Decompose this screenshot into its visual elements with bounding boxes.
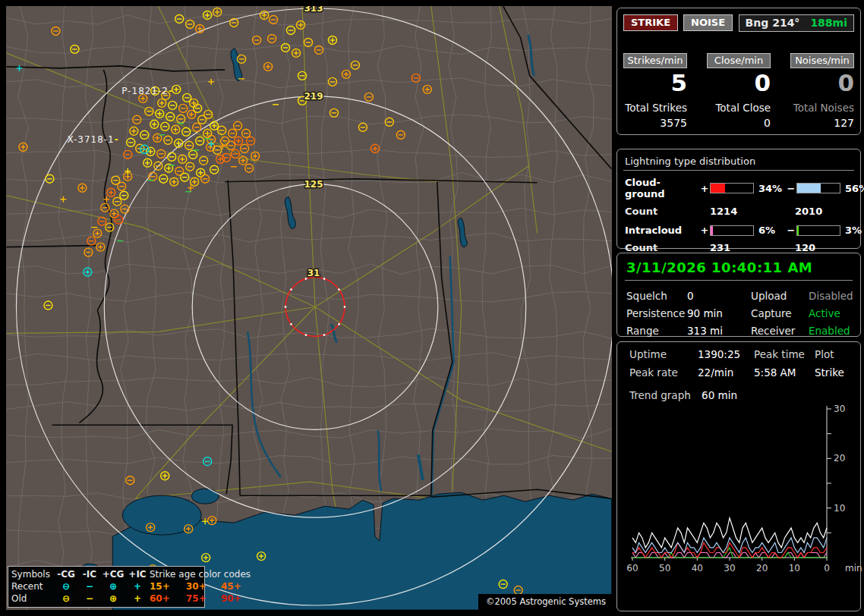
svg-text:0: 0 <box>824 563 830 574</box>
svg-text:10: 10 <box>834 503 845 514</box>
uptime-value: 1390:25 <box>698 348 754 360</box>
close-column: Close/min 0 Total Close 0 <box>707 53 771 129</box>
age-15: 15+ <box>150 580 186 592</box>
peak-time-value: 5:58 AM <box>754 366 815 379</box>
minus-sign: − <box>786 225 796 236</box>
noises-per-min-value: 0 <box>790 70 854 97</box>
peak-rate-label: Peak rate <box>629 366 698 379</box>
svg-text:X-3718-1-: X-3718-1- <box>67 134 118 145</box>
status-panel: 3/11/2026 10:40:11 AM Squelch 0 Upload D… <box>616 253 861 337</box>
svg-text:30: 30 <box>724 563 735 574</box>
strikes-per-min-value: 5 <box>623 70 687 97</box>
range-label: Range <box>626 325 687 337</box>
ic-neg-bar <box>796 225 840 236</box>
ic-neg-pct: 3% <box>840 225 864 236</box>
plot-mode-value: Strike <box>815 366 860 379</box>
recent-ic-neg-icon: − <box>78 580 101 592</box>
total-strikes-value: 3575 <box>623 117 687 129</box>
svg-text:313: 313 <box>304 6 323 14</box>
age-90: 90+ <box>221 592 254 605</box>
strike-button[interactable]: STRIKE <box>623 14 678 31</box>
total-close-value: 0 <box>707 117 771 129</box>
intracloud-label: Intracloud <box>625 225 699 236</box>
plus-sign: + <box>699 183 710 194</box>
plus-sign: + <box>699 225 710 236</box>
ic-pos-pct: 6% <box>754 225 786 236</box>
peak-time-label: Peak time <box>754 348 815 360</box>
squelch-value: 0 <box>687 290 751 302</box>
svg-text:30: 30 <box>834 404 845 414</box>
distribution-title: Lightning type distribution <box>623 154 854 171</box>
cg-neg-pct: 56% <box>840 183 864 194</box>
distribution-panel: Lightning type distribution Cloud-ground… <box>616 149 861 249</box>
bearing-readout: Bng 214°188mi <box>739 14 854 32</box>
cloud-ground-label: Cloud-ground <box>625 177 699 200</box>
svg-text:40: 40 <box>692 563 703 574</box>
trend-graph-window: 60 min <box>702 389 737 401</box>
svg-text:125: 125 <box>304 179 323 190</box>
squelch-label: Squelch <box>626 290 687 302</box>
plot-label: Plot <box>815 348 860 360</box>
noises-per-min-button[interactable]: Noises/min <box>790 53 854 68</box>
ic-pos-bar <box>710 225 754 236</box>
close-per-min-value: 0 <box>707 70 771 97</box>
svg-text:60: 60 <box>626 563 638 574</box>
legend-col-pos-cg: +CG <box>101 568 125 580</box>
cg-count-label: Count <box>625 206 699 217</box>
svg-text:50: 50 <box>659 563 670 574</box>
cg-pos-bar <box>710 183 754 193</box>
strike-summary-panel: STRIKE NOISE Bng 214°188mi Strikes/min 5… <box>616 8 861 135</box>
upload-status: Disabled <box>809 290 853 302</box>
capture-status: Active <box>809 307 853 319</box>
legend-symbols-title: Symbols <box>11 568 54 580</box>
upload-label: Upload <box>751 290 809 302</box>
cg-pos-pct: 34% <box>754 183 786 194</box>
strikes-per-min-button[interactable]: Strikes/min <box>623 53 687 68</box>
total-close-label: Total Close <box>707 102 771 114</box>
copyright-notice: ©2005 Astrogenic Systems <box>478 594 612 610</box>
svg-text:10: 10 <box>789 563 800 574</box>
recent-cg-pos-icon: ⊕ <box>101 580 125 592</box>
map-canvas[interactable]: 31321912531P-1821-2-X-3718-1- <box>6 6 612 610</box>
trend-graph: 1020306050403020100min <box>625 401 864 585</box>
total-strikes-label: Total Strikes <box>623 102 687 114</box>
noise-button[interactable]: NOISE <box>683 14 733 31</box>
legend-col-pos-ic: +IC <box>125 568 150 580</box>
legend-row-recent: Recent <box>11 580 54 592</box>
uptime-label: Uptime <box>629 348 698 360</box>
cg-neg-count: 2010 <box>784 206 854 217</box>
persistence-label: Persistence <box>626 307 687 319</box>
persistence-value: 90 min <box>687 307 751 319</box>
minus-sign: − <box>786 183 796 194</box>
strike-legend: Symbols -CG -IC +CG +IC Strike age color… <box>8 566 205 608</box>
svg-text:min: min <box>845 563 862 574</box>
legend-age-title: Strike age color codes <box>150 568 254 580</box>
recent-cg-neg-icon: ⊖ <box>54 580 78 592</box>
svg-text:31: 31 <box>307 268 320 278</box>
svg-text:20: 20 <box>834 453 845 464</box>
age-30: 30+ <box>186 580 221 592</box>
receiver-status: Enabled <box>809 325 853 337</box>
ic-pos-count: 231 <box>699 242 784 253</box>
peak-rate-value: 22/min <box>698 366 754 379</box>
cg-neg-bar <box>796 183 840 193</box>
trend-graph-label: Trend graph <box>629 389 691 401</box>
svg-text:219: 219 <box>304 91 323 102</box>
strikes-column: Strikes/min 5 Total Strikes 3575 <box>623 53 687 129</box>
old-cg-pos-icon: ⊕ <box>101 592 125 605</box>
old-ic-neg-icon: − <box>78 592 101 605</box>
lightning-map[interactable]: 31321912531P-1821-2-X-3718-1- Symbols -C… <box>6 6 612 610</box>
legend-col-neg-cg: -CG <box>54 568 78 580</box>
close-per-min-button[interactable]: Close/min <box>707 53 771 68</box>
receiver-label: Receiver <box>751 325 809 337</box>
age-45: 45+ <box>221 580 254 592</box>
legend-col-neg-ic: -IC <box>78 568 101 580</box>
cg-pos-count: 1214 <box>699 206 784 217</box>
legend-row-old: Old <box>11 592 54 605</box>
recent-ic-pos-icon: + <box>125 580 150 592</box>
ic-count-label: Count <box>625 242 699 253</box>
range-value: 313 mi <box>687 325 751 337</box>
bearing-value: Bng 214° <box>746 17 800 29</box>
noises-column: Noises/min 0 Total Noises 127 <box>790 53 854 129</box>
old-ic-pos-icon: + <box>125 592 150 605</box>
